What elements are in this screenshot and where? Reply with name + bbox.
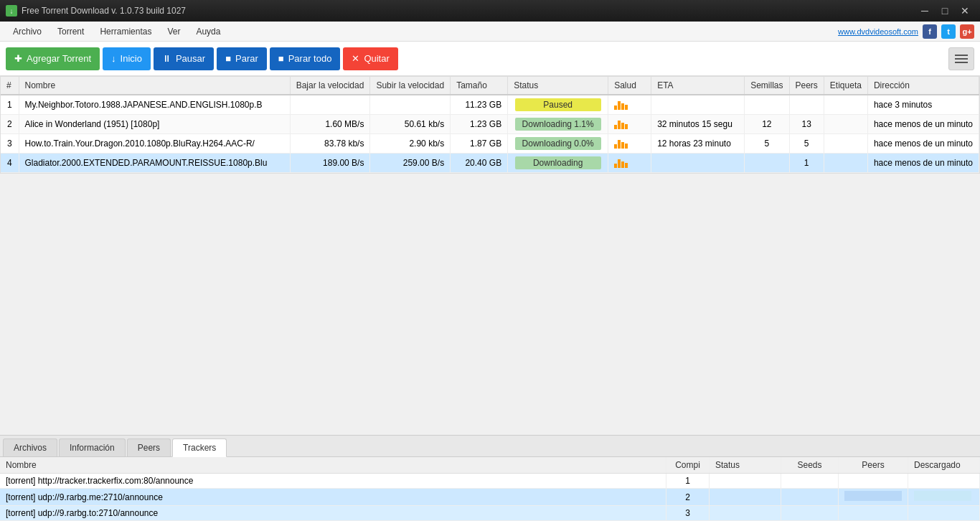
cell-size: 11.23 GB	[451, 95, 508, 115]
cell-status: Downloading 0.0%	[508, 134, 608, 154]
status-badge: Downloading 1.1%	[515, 118, 601, 131]
cell-down: 189.00 B/s	[290, 154, 370, 173]
menu-torrent[interactable]: Torrent	[50, 24, 91, 39]
stop-icon: ■	[225, 53, 231, 64]
cell-dir: hace menos de un minuto	[867, 154, 979, 173]
cell-status: Downloading 1.1%	[508, 115, 608, 134]
health-bar	[614, 119, 645, 129]
col-header-down[interactable]: Bajar la velocidad	[290, 77, 370, 95]
cell-seeds	[745, 154, 789, 173]
cell-num: 3	[1, 134, 19, 154]
table-row[interactable]: 3 How.to.Train.Your.Dragon.2010.1080p.Bl…	[1, 134, 979, 154]
status-badge: Paused	[515, 98, 601, 111]
col-header-eta[interactable]: ETA	[651, 77, 745, 95]
start-button[interactable]: ↓ Inicio	[103, 47, 151, 70]
health-bar	[614, 139, 645, 149]
stop-all-button[interactable]: ■ Parar todo	[270, 47, 341, 70]
menu-button[interactable]	[948, 47, 974, 70]
cell-num: 1	[1, 95, 19, 115]
twitter-button[interactable]: t	[941, 24, 956, 39]
table-row[interactable]: 1 My.Neighbor.Totoro.1988.JAPANESE.AND.E…	[1, 95, 979, 115]
cell-up: 259.00 B/s	[370, 154, 451, 173]
minimize-button[interactable]: ─	[915, 4, 934, 18]
dvd-link[interactable]: www.dvdvideosoft.com	[838, 27, 918, 36]
cell-dir: hace 3 minutos	[867, 95, 979, 115]
cell-status: Downloading	[508, 154, 608, 173]
cell-seeds: 12	[745, 115, 789, 134]
menu-ver[interactable]: Ver	[160, 24, 187, 39]
googleplus-button[interactable]: g+	[960, 24, 974, 39]
table-row[interactable]: 2 Alice in Wonderland (1951) [1080p] 1.6…	[1, 115, 979, 134]
cell-peers: 5	[789, 134, 824, 154]
cell-size: 1.87 GB	[451, 134, 508, 154]
table-header-row: # Nombre Bajar la velocidad Subir la vel…	[1, 77, 979, 95]
cell-num: 4	[1, 154, 19, 173]
cell-size: 1.23 GB	[451, 115, 508, 134]
cell-etiqueta	[824, 115, 867, 134]
cell-eta	[651, 95, 745, 115]
stop-button[interactable]: ■ Parar	[217, 47, 267, 70]
col-header-etiqueta[interactable]: Etiqueta	[824, 77, 867, 95]
cell-etiqueta	[824, 134, 867, 154]
quit-icon: ✕	[352, 53, 359, 64]
health-bar	[614, 100, 645, 110]
pause-icon: ⏸	[162, 53, 171, 64]
col-header-status[interactable]: Status	[508, 77, 608, 95]
table-row[interactable]: 4 Gladiator.2000.EXTENDED.PARAMOUNT.REIS…	[1, 154, 979, 173]
cell-peers: 13	[789, 115, 824, 134]
col-header-health[interactable]: Salud	[608, 77, 651, 95]
titlebar: ↓ Free Torrent Download v. 1.0.73 build …	[0, 0, 980, 22]
add-torrent-button[interactable]: ✚ Agregar Torrent	[6, 47, 100, 70]
col-header-up[interactable]: Subir la velocidad	[370, 77, 451, 95]
status-badge: Downloading 0.0%	[515, 137, 601, 150]
app-icon: ↓	[6, 5, 17, 17]
health-bar	[614, 158, 645, 168]
cell-peers: 1	[789, 154, 824, 173]
hamburger-line	[955, 62, 968, 63]
cell-up: 2.90 kb/s	[370, 134, 451, 154]
cell-up: 50.61 kb/s	[370, 115, 451, 134]
window-title: Free Torrent Download v. 1.0.73 build 10…	[22, 6, 186, 16]
pause-button[interactable]: ⏸ Pausar	[154, 47, 214, 70]
cell-num: 2	[1, 115, 19, 134]
status-badge: Downloading	[515, 156, 601, 169]
toolbar: ✚ Agregar Torrent ↓ Inicio ⏸ Pausar ■ Pa…	[0, 42, 980, 76]
cell-health	[608, 115, 651, 134]
cell-dir: hace menos de un minuto	[867, 115, 979, 134]
col-header-name[interactable]: Nombre	[19, 77, 290, 95]
cell-seeds	[745, 95, 789, 115]
col-header-num[interactable]: #	[1, 77, 19, 95]
main-content: # Nombre Bajar la velocidad Subir la vel…	[0, 76, 980, 174]
col-header-size[interactable]: Tamaño	[451, 77, 508, 95]
menu-herramientas[interactable]: Herramientas	[93, 24, 159, 39]
col-header-dir[interactable]: Dirección	[867, 77, 979, 95]
hamburger-line	[955, 58, 968, 60]
cell-seeds: 5	[745, 134, 789, 154]
menu-archivo[interactable]: Archivo	[6, 24, 49, 39]
cell-eta: 32 minutos 15 segu	[651, 115, 745, 134]
plus-icon: ✚	[14, 53, 22, 64]
hamburger-line	[955, 55, 968, 56]
cell-etiqueta	[824, 95, 867, 115]
quit-button[interactable]: ✕ Quitar	[343, 47, 397, 70]
cell-health	[608, 134, 651, 154]
torrent-list: 1 My.Neighbor.Totoro.1988.JAPANESE.AND.E…	[1, 95, 979, 173]
cell-dir: hace menos de un minuto	[867, 134, 979, 154]
cell-name: How.to.Train.Your.Dragon.2010.1080p.BluR…	[19, 134, 290, 154]
menu-auyda[interactable]: Auyda	[189, 24, 227, 39]
cell-size: 20.40 GB	[451, 154, 508, 173]
cell-down	[290, 95, 370, 115]
facebook-button[interactable]: f	[923, 24, 937, 39]
maximize-button[interactable]: □	[936, 4, 954, 18]
close-button[interactable]: ✕	[956, 4, 974, 18]
cell-name: My.Neighbor.Totoro.1988.JAPANESE.AND.ENG…	[19, 95, 290, 115]
cell-eta	[651, 154, 745, 173]
start-icon: ↓	[111, 53, 116, 64]
cell-name: Gladiator.2000.EXTENDED.PARAMOUNT.REISSU…	[19, 154, 290, 173]
cell-down: 1.60 MB/s	[290, 115, 370, 134]
torrent-table: # Nombre Bajar la velocidad Subir la vel…	[1, 77, 979, 173]
cell-eta: 12 horas 23 minuto	[651, 134, 745, 154]
col-header-seeds[interactable]: Semillas	[745, 77, 789, 95]
cell-peers	[789, 95, 824, 115]
col-header-peers[interactable]: Peers	[789, 77, 824, 95]
